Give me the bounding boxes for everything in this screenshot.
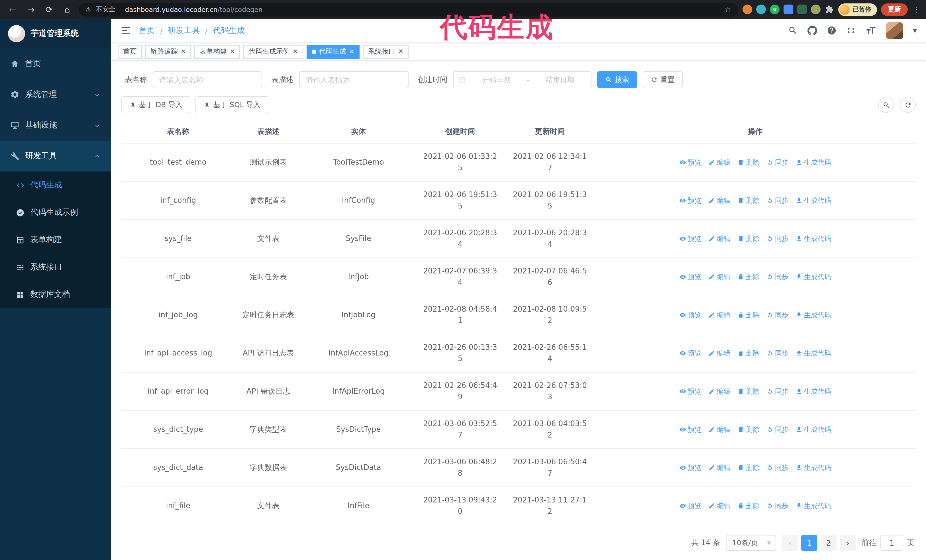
view-tab[interactable]: 首页 xyxy=(118,45,142,58)
edit-link[interactable]: 编辑 xyxy=(708,309,731,321)
sidebar-item-2[interactable]: 系统管理 xyxy=(0,79,111,110)
refresh-table-button[interactable] xyxy=(900,97,916,113)
sidebar-subitem[interactable]: 数据库文档 xyxy=(0,281,111,308)
prev-page-button[interactable]: ‹ xyxy=(782,535,798,551)
preview-link[interactable]: 预览 xyxy=(679,195,702,206)
extension-icon[interactable]: V xyxy=(770,5,779,14)
table-desc-input[interactable] xyxy=(299,71,409,88)
view-tab[interactable]: 系统接口✕ xyxy=(363,45,409,58)
sidebar-subitem[interactable]: 代码生成 xyxy=(0,172,111,199)
delete-link[interactable]: 删除 xyxy=(737,500,760,512)
bookmark-star-icon[interactable]: ☆ xyxy=(725,5,731,14)
sync-link[interactable]: 同步 xyxy=(766,157,789,168)
help-icon[interactable] xyxy=(827,26,837,35)
sidebar-subitem[interactable]: 表单构建 xyxy=(0,226,111,254)
preview-link[interactable]: 预览 xyxy=(679,424,702,435)
import-sql-button[interactable]: 基于 SQL 导入 xyxy=(195,96,268,113)
preview-link[interactable]: 预览 xyxy=(679,462,702,473)
preview-link[interactable]: 预览 xyxy=(679,347,702,359)
tab-close-icon[interactable]: ✕ xyxy=(293,48,298,55)
breadcrumb-item[interactable]: 代码生成 xyxy=(213,25,245,36)
generate-code-link[interactable]: 生成代码 xyxy=(796,424,831,435)
preview-link[interactable]: 预览 xyxy=(679,157,702,168)
app-logo[interactable]: 芋道管理系统 xyxy=(0,19,111,48)
sync-link[interactable]: 同步 xyxy=(766,500,789,512)
search-icon[interactable] xyxy=(788,26,798,35)
sync-link[interactable]: 同步 xyxy=(766,195,789,206)
generate-code-link[interactable]: 生成代码 xyxy=(796,386,831,397)
preview-link[interactable]: 预览 xyxy=(679,271,702,282)
sync-link[interactable]: 同步 xyxy=(766,424,789,435)
generate-code-link[interactable]: 生成代码 xyxy=(796,195,831,206)
tab-close-icon[interactable]: ✕ xyxy=(230,48,235,55)
edit-link[interactable]: 编辑 xyxy=(708,424,731,435)
preview-link[interactable]: 预览 xyxy=(679,309,702,321)
browser-reload-icon[interactable]: ⟳ xyxy=(42,3,56,16)
generate-code-link[interactable]: 生成代码 xyxy=(796,271,831,282)
breadcrumb-item[interactable]: 研发工具 xyxy=(168,25,200,36)
sync-link[interactable]: 同步 xyxy=(766,233,789,245)
view-tab[interactable]: 表单构建✕ xyxy=(194,45,240,58)
sidebar-subitem[interactable]: 系统接口 xyxy=(0,254,111,281)
chrome-menu-icon[interactable]: ⋮ xyxy=(913,5,920,14)
preview-link[interactable]: 预览 xyxy=(679,233,702,245)
edit-link[interactable]: 编辑 xyxy=(708,271,731,282)
generate-code-link[interactable]: 生成代码 xyxy=(796,500,831,512)
tab-close-icon[interactable]: ✕ xyxy=(181,48,186,55)
breadcrumb-item[interactable]: 首页 xyxy=(139,25,155,36)
view-tab[interactable]: 代码生成示例✕ xyxy=(244,45,303,58)
view-tab[interactable]: 代码生成✕ xyxy=(306,45,359,58)
sync-link[interactable]: 同步 xyxy=(766,462,789,473)
next-page-button[interactable]: › xyxy=(840,535,856,551)
sidebar-toggle-icon[interactable] xyxy=(120,25,131,36)
delete-link[interactable]: 删除 xyxy=(737,195,760,206)
extension-icon[interactable] xyxy=(743,5,752,14)
browser-update-button[interactable]: 更新 xyxy=(881,3,908,16)
delete-link[interactable]: 删除 xyxy=(737,424,760,435)
import-db-button[interactable]: 基于 DB 导入 xyxy=(121,96,190,113)
delete-link[interactable]: 删除 xyxy=(737,233,760,245)
delete-link[interactable]: 删除 xyxy=(737,157,760,168)
user-avatar[interactable] xyxy=(886,22,903,39)
search-button[interactable]: 搜索 xyxy=(597,71,637,88)
generate-code-link[interactable]: 生成代码 xyxy=(796,347,831,359)
browser-address-bar[interactable]: ⚠ 不安全 dashboard.yudao.iocoder.cn/tool/co… xyxy=(79,3,738,16)
browser-home-icon[interactable]: ⌂ xyxy=(61,3,74,16)
delete-link[interactable]: 删除 xyxy=(737,386,760,397)
edit-link[interactable]: 编辑 xyxy=(708,347,731,359)
sidebar-subitem[interactable]: 代码生成示例 xyxy=(0,199,111,226)
preview-link[interactable]: 预览 xyxy=(679,386,702,397)
browser-forward-icon[interactable]: → xyxy=(24,3,38,16)
date-range-picker[interactable]: 开始日期 - 结束日期 xyxy=(453,71,592,88)
table-name-input[interactable] xyxy=(153,71,262,88)
page-size-select[interactable]: 10条/页 ▼ xyxy=(726,535,776,551)
generate-code-link[interactable]: 生成代码 xyxy=(796,462,831,473)
sync-link[interactable]: 同步 xyxy=(766,386,789,397)
generate-code-link[interactable]: 生成代码 xyxy=(796,309,831,321)
sidebar-item-4[interactable]: 研发工具 xyxy=(0,141,111,172)
extensions-puzzle-icon[interactable] xyxy=(825,5,834,14)
reset-button[interactable]: 重置 xyxy=(643,71,683,88)
edit-link[interactable]: 编辑 xyxy=(708,233,731,245)
generate-code-link[interactable]: 生成代码 xyxy=(796,233,831,245)
fullscreen-icon[interactable] xyxy=(846,26,856,35)
delete-link[interactable]: 删除 xyxy=(737,347,760,359)
edit-link[interactable]: 编辑 xyxy=(708,195,731,206)
preview-link[interactable]: 预览 xyxy=(679,500,702,512)
edit-link[interactable]: 编辑 xyxy=(708,386,731,397)
extension-icon[interactable] xyxy=(784,5,793,14)
delete-link[interactable]: 删除 xyxy=(737,271,760,282)
sidebar-item-1[interactable]: 首页 xyxy=(0,48,111,79)
extension-icon[interactable] xyxy=(756,5,766,14)
sync-link[interactable]: 同步 xyxy=(766,271,789,282)
extension-icon[interactable] xyxy=(811,5,820,14)
avatar-dropdown-icon[interactable]: ▼ xyxy=(913,28,917,33)
edit-link[interactable]: 编辑 xyxy=(708,157,731,168)
browser-back-icon[interactable]: ← xyxy=(6,3,20,16)
paused-badge[interactable]: 已暂停 xyxy=(838,3,877,16)
font-size-icon[interactable] xyxy=(865,25,876,36)
page-number-button[interactable]: 2 xyxy=(820,535,837,551)
extension-icon[interactable] xyxy=(797,5,807,14)
page-number-button[interactable]: 1 xyxy=(801,535,817,551)
tab-close-icon[interactable]: ✕ xyxy=(349,48,354,55)
